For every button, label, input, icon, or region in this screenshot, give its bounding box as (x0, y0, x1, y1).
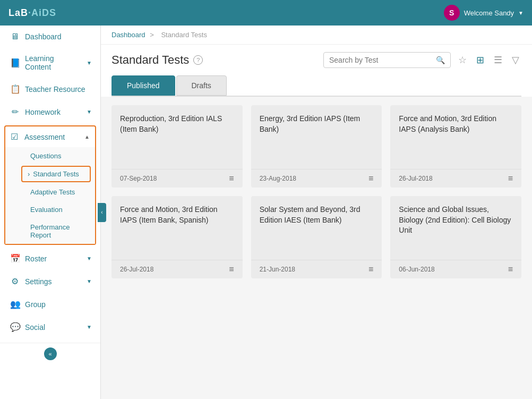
card-item[interactable]: Science and Global Issues, Biology (2nd … (390, 196, 521, 278)
sidebar-item-settings[interactable]: ⚙ Settings ▼ (0, 270, 100, 293)
card-menu-icon[interactable]: ≡ (368, 265, 373, 274)
content-area: Dashboard > Standard Tests Standard Test… (101, 26, 532, 399)
card-body: Science and Global Issues, Biology (2nd … (390, 196, 521, 260)
sidebar-label-settings: Settings (25, 277, 81, 286)
card-menu-icon[interactable]: ≡ (229, 174, 234, 183)
chevron-up-icon: ▲ (84, 134, 90, 140)
card-item[interactable]: Solar System and Beyond, 3rd Edition IAE… (251, 196, 382, 278)
sidebar-label-group: Group (25, 300, 92, 309)
card-date: 07-Sep-2018 (120, 175, 157, 182)
card-body: Energy, 3rd Edition IAPS (Item Bank) (251, 105, 382, 169)
page-title-text: Standard Tests (111, 53, 189, 67)
grid-view-icon[interactable]: ⊞ (474, 52, 486, 68)
help-icon[interactable]: ? (193, 55, 203, 65)
sidebar-item-evaluation[interactable]: Evaluation (5, 201, 95, 218)
sidebar-item-performance-report[interactable]: Performance Report (5, 218, 95, 244)
sidebar-item-dashboard[interactable]: 🖥 Dashboard (0, 26, 100, 48)
card-body: Force and Motion, 3rd Edition IAPS (Anal… (390, 105, 521, 169)
sidebar-item-social[interactable]: 💬 Social ▼ (0, 316, 100, 338)
sidebar-item-assessment[interactable]: ☑ Assessment ▲ (5, 126, 95, 147)
card-date: 23-Aug-2018 (260, 175, 296, 182)
app-logo: LaB·AiDS (8, 7, 56, 19)
card-item[interactable]: Force and Motion, 3rd Edition IAPS (Item… (111, 196, 243, 278)
sidebar-label-standard-tests: Standard Tests (33, 170, 79, 178)
assessment-container: ☑ Assessment ▲ Questions › Standard Test… (4, 125, 96, 245)
breadcrumb-separator: > (150, 31, 154, 39)
cards-grid: Reproduction, 3rd Edition IALS (Item Ban… (111, 105, 521, 278)
tab-drafts[interactable]: Drafts (176, 75, 227, 96)
card-menu-icon[interactable]: ≡ (508, 174, 513, 183)
card-body: Reproduction, 3rd Edition IALS (Item Ban… (111, 105, 243, 169)
card-footer: 21-Jun-2018 ≡ (251, 260, 382, 278)
card-item[interactable]: Force and Motion, 3rd Edition IAPS (Anal… (390, 105, 521, 188)
header-actions: 🔍 ☆ ⊞ ☰ ▽ (323, 52, 521, 68)
card-item[interactable]: Reproduction, 3rd Edition IALS (Item Ban… (111, 105, 243, 188)
tab-published[interactable]: Published (111, 75, 175, 96)
card-menu-icon[interactable]: ≡ (229, 265, 234, 274)
social-icon: 💬 (10, 322, 20, 332)
card-title: Reproduction, 3rd Edition IALS (Item Ban… (120, 114, 234, 134)
card-body: Force and Motion, 3rd Edition IAPS (Item… (111, 196, 243, 260)
arrow-icon: › (28, 170, 30, 178)
chevron-down-icon: ▼ (87, 109, 92, 115)
assessment-submenu: Questions › Standard Tests Adaptive Test… (5, 147, 95, 244)
card-date: 26-Jul-2018 (120, 266, 153, 273)
chevron-down-icon: ▼ (87, 60, 92, 66)
breadcrumb-current: Standard Tests (161, 31, 207, 39)
sidebar-item-learning-content[interactable]: 📘 Learning Content ▼ (0, 48, 100, 78)
group-icon: 👥 (10, 299, 20, 309)
sidebar-label-homework: Homework (25, 108, 81, 116)
sidebar-item-adaptive-tests[interactable]: Adaptive Tests (5, 183, 95, 201)
page-header-top: Standard Tests ? 🔍 ☆ ⊞ ☰ ▽ (111, 52, 521, 68)
card-title: Force and Motion, 3rd Edition IAPS (Item… (120, 205, 234, 225)
sidebar-label-teacher-resource: Teacher Resource (25, 85, 92, 94)
sidebar: 🖥 Dashboard 📘 Learning Content ▼ 📋 Teach… (0, 26, 101, 399)
card-footer: 07-Sep-2018 ≡ (111, 169, 243, 188)
collapse-sidebar-button[interactable]: « (44, 347, 57, 360)
search-icon: 🔍 (436, 56, 445, 64)
favorite-icon[interactable]: ☆ (456, 52, 469, 68)
search-input[interactable] (329, 56, 436, 64)
card-date: 26-Jul-2018 (399, 175, 432, 182)
homework-icon: ✏ (10, 107, 20, 117)
sidebar-item-standard-tests-active[interactable]: › Standard Tests (21, 166, 91, 182)
sidebar-label-assessment: Assessment (24, 133, 80, 141)
cards-container: Reproduction, 3rd Edition IALS (Item Ban… (101, 97, 532, 399)
sidebar-label-roster: Roster (25, 254, 81, 263)
search-box[interactable]: 🔍 (323, 52, 451, 68)
card-footer: 26-Jul-2018 ≡ (390, 169, 521, 188)
page-title: Standard Tests ? (111, 53, 203, 67)
card-title: Science and Global Issues, Biology (2nd … (399, 205, 513, 236)
card-item[interactable]: Energy, 3rd Edition IAPS (Item Bank) 23-… (251, 105, 382, 188)
sidebar-label-social: Social (25, 323, 81, 332)
teacher-icon: 📋 (10, 84, 20, 94)
sidebar-item-questions[interactable]: Questions (5, 147, 95, 165)
chevron-down-icon: ▼ (87, 278, 92, 284)
chevron-down-icon: ▼ (87, 256, 92, 261)
sidebar-item-homework[interactable]: ✏ Homework ▼ (0, 100, 100, 123)
sidebar-label-learning-content: Learning Content (25, 54, 81, 71)
breadcrumb: Dashboard > Standard Tests (101, 26, 532, 45)
card-date: 06-Jun-2018 (399, 266, 434, 273)
settings-icon: ⚙ (10, 276, 20, 286)
card-title: Force and Motion, 3rd Edition IAPS (Anal… (399, 114, 513, 134)
sidebar-collapse-handle[interactable]: ‹ (98, 203, 106, 222)
avatar: S (444, 5, 460, 21)
card-footer: 06-Jun-2018 ≡ (390, 260, 521, 278)
sidebar-item-roster[interactable]: 📅 Roster ▼ (0, 247, 100, 270)
user-area[interactable]: S Welcome Sandy ▼ (444, 5, 524, 21)
sidebar-item-group[interactable]: 👥 Group (0, 293, 100, 316)
list-view-icon[interactable]: ☰ (492, 52, 504, 68)
card-title: Energy, 3rd Edition IAPS (Item Bank) (260, 114, 374, 134)
card-menu-icon[interactable]: ≡ (368, 174, 373, 183)
assessment-icon: ☑ (11, 132, 20, 142)
card-menu-icon[interactable]: ≡ (508, 265, 513, 274)
tabs: Published Drafts (111, 75, 521, 97)
filter-icon[interactable]: ▽ (510, 52, 521, 68)
roster-icon: 📅 (10, 253, 20, 264)
card-date: 21-Jun-2018 (260, 266, 295, 273)
chevron-down-icon: ▼ (87, 324, 92, 330)
user-chevron-icon: ▼ (518, 10, 524, 16)
breadcrumb-home[interactable]: Dashboard (111, 31, 145, 39)
sidebar-item-teacher-resource[interactable]: 📋 Teacher Resource (0, 78, 100, 100)
